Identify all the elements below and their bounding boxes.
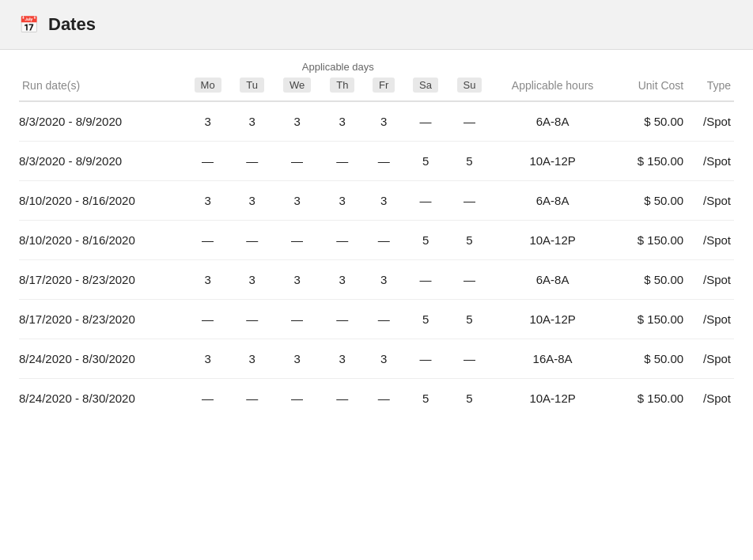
col-header-row: Run date(s) Mo Tu We Th Fr <box>19 74 734 101</box>
cell-su: — <box>448 101 491 142</box>
cell-th: — <box>321 221 364 260</box>
cell-mo: 3 <box>184 181 230 221</box>
col-we: We <box>274 74 321 101</box>
cell-su: 5 <box>448 221 491 260</box>
cell-fr: 3 <box>364 339 403 379</box>
cell-run-dates: 8/17/2020 - 8/23/2020 <box>19 300 184 339</box>
cell-type: /Spot <box>687 181 734 221</box>
cell-type: /Spot <box>687 101 734 142</box>
cell-applicable-hours: 10A-12P <box>491 300 614 339</box>
cell-su: 5 <box>448 300 491 339</box>
cell-fr: — <box>364 221 403 260</box>
col-unit-cost: Unit Cost <box>614 74 687 101</box>
cell-fr: 3 <box>364 181 403 221</box>
calendar-icon: 📅 <box>19 15 39 34</box>
col-type: Type <box>687 74 734 101</box>
cell-unit-cost: $ 50.00 <box>614 260 687 300</box>
table-row: 8/10/2020 - 8/16/2020—————5510A-12P$ 150… <box>19 221 734 260</box>
cell-mo: — <box>184 300 230 339</box>
cell-run-dates: 8/24/2020 - 8/30/2020 <box>19 379 184 418</box>
cell-sa: 5 <box>403 379 447 418</box>
cell-type: /Spot <box>687 300 734 339</box>
col-th: Th <box>321 74 364 101</box>
cell-sa: — <box>403 101 447 142</box>
cell-applicable-hours: 6A-8A <box>491 260 614 300</box>
cell-we: 3 <box>274 339 321 379</box>
cell-run-dates: 8/3/2020 - 8/9/2020 <box>19 142 184 181</box>
cell-tu: 3 <box>231 181 274 221</box>
cell-sa: — <box>403 260 447 300</box>
cell-unit-cost: $ 50.00 <box>614 181 687 221</box>
cell-type: /Spot <box>687 379 734 418</box>
cell-unit-cost: $ 150.00 <box>614 379 687 418</box>
table-row: 8/3/2020 - 8/9/202033333——6A-8A$ 50.00/S… <box>19 101 734 142</box>
cell-fr: 3 <box>364 101 403 142</box>
cell-run-dates: 8/10/2020 - 8/16/2020 <box>19 221 184 260</box>
cell-mo: — <box>184 221 230 260</box>
unit-cost-group-header <box>614 50 687 74</box>
cell-su: 5 <box>448 142 491 181</box>
cell-we: — <box>274 300 321 339</box>
cell-run-dates: 8/3/2020 - 8/9/2020 <box>19 101 184 142</box>
col-su: Su <box>448 74 491 101</box>
cell-we: — <box>274 221 321 260</box>
run-dates-group-header <box>19 50 184 74</box>
cell-unit-cost: $ 150.00 <box>614 300 687 339</box>
cell-applicable-hours: 6A-8A <box>491 101 614 142</box>
page-container: 📅 Dates Applicable days Run date(s) Mo <box>0 0 753 560</box>
cell-su: — <box>448 181 491 221</box>
table-container: Applicable days Run date(s) Mo Tu We <box>0 50 753 437</box>
cell-applicable-hours: 10A-12P <box>491 142 614 181</box>
cell-th: 3 <box>321 260 364 300</box>
cell-run-dates: 8/24/2020 - 8/30/2020 <box>19 339 184 379</box>
cell-su: — <box>448 260 491 300</box>
col-tu: Tu <box>231 74 274 101</box>
table-row: 8/24/2020 - 8/30/2020—————5510A-12P$ 150… <box>19 379 734 418</box>
table-row: 8/3/2020 - 8/9/2020—————5510A-12P$ 150.0… <box>19 142 734 181</box>
section-header: 📅 Dates <box>0 0 753 50</box>
cell-sa: 5 <box>403 221 447 260</box>
cell-type: /Spot <box>687 260 734 300</box>
cell-we: — <box>274 379 321 418</box>
cell-mo: 3 <box>184 339 230 379</box>
table-row: 8/17/2020 - 8/23/202033333——6A-8A$ 50.00… <box>19 260 734 300</box>
cell-run-dates: 8/10/2020 - 8/16/2020 <box>19 181 184 221</box>
cell-tu: 3 <box>231 339 274 379</box>
group-header-row: Applicable days <box>19 50 734 74</box>
cell-sa: 5 <box>403 300 447 339</box>
cell-th: 3 <box>321 101 364 142</box>
cell-type: /Spot <box>687 221 734 260</box>
cell-unit-cost: $ 150.00 <box>614 142 687 181</box>
cell-mo: 3 <box>184 101 230 142</box>
cell-tu: 3 <box>231 260 274 300</box>
cell-we: 3 <box>274 260 321 300</box>
cell-mo: — <box>184 379 230 418</box>
col-mo: Mo <box>184 74 230 101</box>
cell-th: 3 <box>321 181 364 221</box>
cell-we: — <box>274 142 321 181</box>
cell-run-dates: 8/17/2020 - 8/23/2020 <box>19 260 184 300</box>
section-title: Dates <box>48 14 96 35</box>
cell-tu: — <box>231 379 274 418</box>
cell-tu: — <box>231 300 274 339</box>
cell-applicable-hours: 6A-8A <box>491 181 614 221</box>
cell-th: — <box>321 379 364 418</box>
cell-sa: — <box>403 339 447 379</box>
cell-sa: — <box>403 181 447 221</box>
cell-tu: — <box>231 221 274 260</box>
cell-fr: — <box>364 142 403 181</box>
cell-unit-cost: $ 50.00 <box>614 339 687 379</box>
cell-tu: 3 <box>231 101 274 142</box>
cell-su: 5 <box>448 379 491 418</box>
applicable-days-header: Applicable days <box>184 50 491 74</box>
applicable-hours-group-header <box>491 50 614 74</box>
cell-fr: — <box>364 300 403 339</box>
cell-mo: — <box>184 142 230 181</box>
cell-applicable-hours: 16A-8A <box>491 339 614 379</box>
cell-type: /Spot <box>687 142 734 181</box>
cell-mo: 3 <box>184 260 230 300</box>
table-row: 8/10/2020 - 8/16/202033333——6A-8A$ 50.00… <box>19 181 734 221</box>
cell-th: — <box>321 300 364 339</box>
dates-table: Applicable days Run date(s) Mo Tu We <box>19 50 734 418</box>
cell-type: /Spot <box>687 339 734 379</box>
